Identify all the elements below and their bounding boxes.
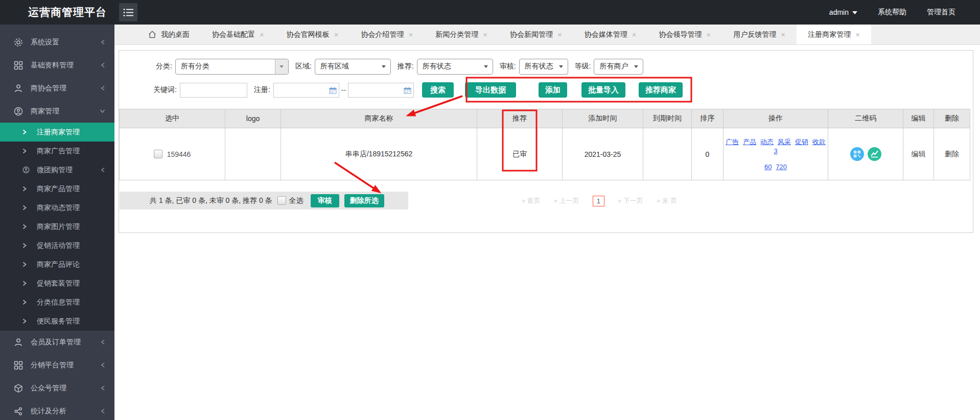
page-last[interactable]: » 末 页	[657, 196, 677, 205]
add-button[interactable]: 添加	[539, 82, 567, 98]
sidebar-item-micro-groupbuy[interactable]: 微团购管理	[0, 160, 114, 179]
cell-edit: 编辑	[903, 128, 934, 180]
sidebar-item-merchant-ads[interactable]: 商家广告管理	[0, 142, 114, 160]
menu-lines-icon	[123, 8, 134, 17]
row-checkbox[interactable]	[154, 150, 162, 158]
person-circle-icon	[13, 107, 24, 116]
delete-link[interactable]: 删除	[945, 150, 959, 158]
close-icon[interactable]: ×	[557, 30, 562, 39]
page-next[interactable]: » 下一页	[618, 196, 643, 205]
close-icon[interactable]: ×	[409, 30, 413, 39]
page-prev[interactable]: » 上一页	[554, 196, 579, 205]
category-select[interactable]: 所有分类	[175, 59, 289, 75]
close-icon[interactable]: ×	[632, 30, 637, 39]
op-link-payment[interactable]: 收款	[812, 138, 826, 146]
register-date-from-input[interactable]	[273, 83, 339, 98]
level-select[interactable]: 所有商户	[594, 59, 643, 75]
tab-association-leaders[interactable]: 协会领导管理 ×	[648, 25, 722, 44]
op-link-style[interactable]: 风采	[778, 138, 791, 146]
date-range-separator: --	[341, 86, 346, 94]
close-icon[interactable]: ×	[781, 30, 785, 39]
cell-added-time: 2021-03-25	[563, 128, 643, 180]
category-label: 分类:	[156, 62, 172, 71]
stats-chart-icon[interactable]	[868, 147, 881, 161]
tab-news-categories[interactable]: 新闻分类管理 ×	[424, 25, 499, 44]
dropdown-caret-icon	[275, 59, 288, 74]
register-label: 注册:	[254, 85, 270, 95]
op-link-news[interactable]: 动态	[760, 138, 774, 146]
close-icon[interactable]: ×	[334, 30, 339, 39]
sidebar-item-product-reviews[interactable]: 商家产品评论	[0, 255, 114, 274]
close-icon[interactable]: ×	[855, 30, 860, 39]
col-expire-time: 到期时间	[643, 109, 692, 128]
tab-association-config[interactable]: 协会基础配置 ×	[201, 25, 275, 44]
user-menu[interactable]: admin	[829, 8, 857, 16]
sidebar-item-members-orders[interactable]: 会员及订单管理	[0, 331, 114, 354]
chevron-left-icon	[101, 62, 105, 68]
close-icon[interactable]: ×	[483, 30, 487, 39]
batch-import-button[interactable]: 批量导入	[581, 82, 625, 98]
recommend-merchant-button[interactable]: 推荐商家	[639, 82, 683, 98]
dropdown-caret-icon	[634, 65, 638, 68]
grid-icon	[13, 61, 24, 70]
system-help-link[interactable]: 系统帮助	[878, 8, 906, 17]
cell-merchant-name: 串串店/18915212562	[281, 128, 477, 180]
sidebar-item-basic-data[interactable]: 基础资料管理	[0, 54, 114, 77]
sidebar-item-merchant-management[interactable]: 商家管理	[0, 100, 114, 123]
tab-association-intro[interactable]: 协会介绍管理 ×	[350, 25, 425, 44]
region-select[interactable]: 所有区域	[315, 59, 391, 75]
op-link-720[interactable]: 720	[776, 163, 787, 171]
audit-select[interactable]: 所有状态	[519, 59, 568, 75]
sidebar-item-business-association[interactable]: 商协会管理	[0, 77, 114, 100]
audit-button[interactable]: 审核	[311, 194, 339, 207]
edit-link[interactable]: 编辑	[912, 150, 926, 158]
op-link-products[interactable]: 产品	[743, 138, 756, 146]
sidebar-item-category-info[interactable]: 分类信息管理	[0, 293, 114, 312]
arrow-right-icon	[22, 148, 30, 154]
arrow-right-icon	[22, 129, 30, 135]
op-links-line2: 60 720	[724, 162, 828, 171]
sidebar-item-statistics[interactable]: 统计及分析	[0, 400, 114, 420]
sidebar-item-merchant-products[interactable]: 商家产品管理	[0, 179, 114, 198]
op-link-60[interactable]: 60	[764, 163, 772, 171]
sidebar-item-official-account[interactable]: 公众号管理	[0, 377, 114, 400]
select-all-checkbox[interactable]	[277, 196, 286, 205]
qrcode-icon[interactable]	[850, 147, 864, 161]
search-button[interactable]: 搜索	[422, 82, 454, 98]
sidebar-item-promo-packages[interactable]: 促销套装管理	[0, 274, 114, 293]
merchant-id: 159446	[167, 150, 191, 158]
sidebar-item-convenience-services[interactable]: 便民服务管理	[0, 312, 114, 331]
col-operations: 操作	[724, 109, 828, 128]
page-first[interactable]: » 首页	[522, 196, 541, 205]
sidebar-item-registered-merchants[interactable]: 注册商家管理	[0, 123, 114, 142]
tab-registered-merchants[interactable]: 注册商家管理 ×	[797, 25, 871, 44]
tab-association-news[interactable]: 协会新闻管理 ×	[499, 25, 573, 44]
col-added-time: 添加时间	[563, 109, 643, 128]
app-title: 运营商管理平台	[0, 5, 114, 19]
dropdown-caret-icon	[382, 65, 386, 68]
admin-home-link[interactable]: 管理首页	[927, 8, 955, 17]
tab-association-media[interactable]: 协会媒体管理 ×	[573, 25, 648, 44]
delete-selected-button[interactable]: 删除所选	[344, 194, 384, 207]
export-data-button[interactable]: 导出数据	[465, 82, 516, 98]
close-icon[interactable]: ×	[707, 30, 711, 39]
recommend-select[interactable]: 所有状态	[417, 59, 493, 75]
close-icon[interactable]: ×	[260, 30, 264, 39]
sidebar-item-merchant-images[interactable]: 商家图片管理	[0, 217, 114, 236]
sidebar-item-merchant-news[interactable]: 商家动态管理	[0, 198, 114, 217]
topbar: 运营商管理平台 admin 系统帮助 管理首页	[0, 0, 980, 25]
op-link-3[interactable]: 3	[774, 147, 777, 155]
tab-association-website[interactable]: 协会官网模板 ×	[275, 25, 350, 44]
op-link-promo[interactable]: 促销	[795, 138, 808, 146]
gear-icon	[13, 38, 24, 47]
keyword-input[interactable]	[180, 83, 247, 98]
sidebar-item-system-settings[interactable]: 系统设置	[0, 31, 114, 54]
hamburger-menu-icon[interactable]	[119, 3, 137, 21]
tab-user-feedback[interactable]: 用户反馈管理 ×	[722, 25, 797, 44]
sidebar-item-distribution-platform[interactable]: 分销平台管理	[0, 354, 114, 377]
register-date-to-input[interactable]	[348, 83, 414, 98]
op-link-ads[interactable]: 广告	[726, 138, 739, 146]
sidebar-item-promotions[interactable]: 促销活动管理	[0, 236, 114, 255]
tab-my-desktop[interactable]: 我的桌面	[137, 25, 201, 44]
col-selected: 选中	[120, 109, 225, 128]
